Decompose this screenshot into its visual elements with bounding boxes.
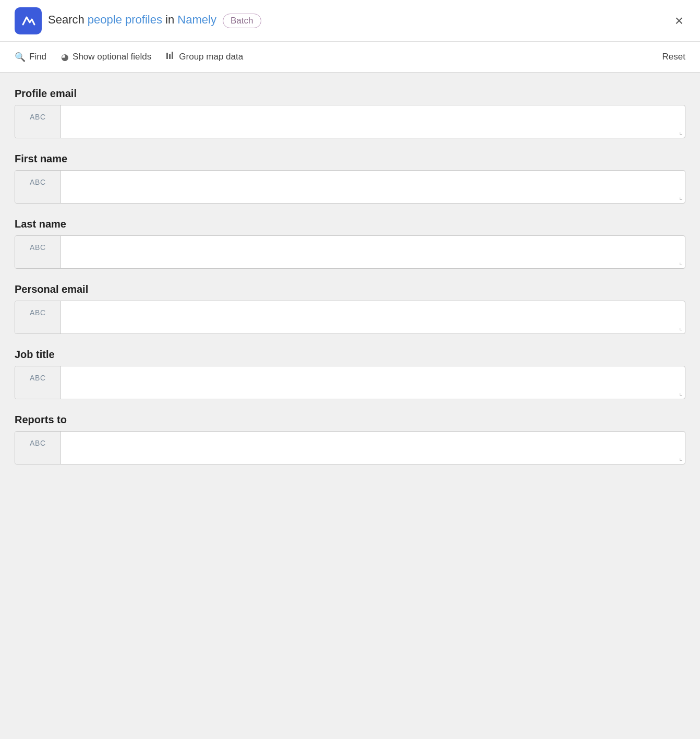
job-title-textarea[interactable] (61, 366, 677, 399)
show-optional-fields-label: Show optional fields (73, 52, 151, 62)
group-map-icon (166, 51, 175, 63)
eye-icon: ◕ (61, 52, 69, 63)
header: Search people profiles in Namely Batch × (0, 0, 700, 42)
reports-to-textarea[interactable] (61, 432, 677, 464)
namely-text: Namely (177, 13, 216, 26)
close-button[interactable]: × (673, 11, 685, 30)
last-name-type-tag: ABC (15, 236, 61, 268)
first-name-section: First name ABC ⌞ (15, 153, 685, 204)
profile-email-section: Profile email ABC ⌞ (15, 88, 685, 138)
profile-email-label: Profile email (15, 88, 685, 100)
svg-rect-1 (169, 54, 171, 59)
personal-email-textarea[interactable] (61, 301, 677, 333)
reports-to-label: Reports to (15, 414, 685, 426)
last-name-label: Last name (15, 218, 685, 230)
first-name-type-tag: ABC (15, 171, 61, 203)
resize-handle: ⌞ (677, 386, 685, 399)
resize-handle: ⌞ (677, 256, 685, 268)
job-title-section: Job title ABC ⌞ (15, 349, 685, 399)
batch-badge: Batch (223, 14, 261, 28)
svg-rect-0 (166, 53, 168, 59)
in-text: in (165, 13, 174, 26)
header-title: Search people profiles in Namely Batch (48, 13, 261, 28)
app-logo (15, 7, 42, 34)
profile-email-textarea[interactable] (61, 105, 677, 138)
find-label: Find (29, 52, 46, 62)
personal-email-section: Personal email ABC ⌞ (15, 283, 685, 334)
profile-email-type-tag: ABC (15, 105, 61, 138)
reset-button[interactable]: Reset (662, 52, 685, 62)
personal-email-label: Personal email (15, 283, 685, 295)
resize-handle: ⌞ (677, 190, 685, 203)
reports-to-section: Reports to ABC ⌞ (15, 414, 685, 464)
resize-handle: ⌞ (677, 321, 685, 333)
resize-handle: ⌞ (677, 125, 685, 138)
last-name-section: Last name ABC ⌞ (15, 218, 685, 269)
people-profiles-text: people profiles (88, 13, 162, 26)
profile-email-input-wrapper: ABC ⌞ (15, 105, 685, 138)
header-left: Search people profiles in Namely Batch (15, 7, 261, 34)
search-text: Search (48, 13, 85, 26)
resize-handle: ⌞ (677, 451, 685, 464)
find-button[interactable]: 🔍 Find (15, 50, 46, 65)
first-name-textarea[interactable] (61, 171, 677, 203)
search-icon: 🔍 (15, 52, 26, 63)
show-optional-fields-button[interactable]: ◕ Show optional fields (61, 50, 151, 65)
job-title-label: Job title (15, 349, 685, 361)
personal-email-type-tag: ABC (15, 301, 61, 333)
svg-rect-2 (172, 52, 173, 59)
last-name-textarea[interactable] (61, 236, 677, 268)
group-map-data-button[interactable]: Group map data (166, 49, 243, 65)
job-title-type-tag: ABC (15, 366, 61, 399)
toolbar: 🔍 Find ◕ Show optional fields Group map … (0, 42, 700, 73)
personal-email-input-wrapper: ABC ⌞ (15, 301, 685, 334)
group-map-data-label: Group map data (179, 52, 243, 62)
first-name-input-wrapper: ABC ⌞ (15, 170, 685, 204)
first-name-label: First name (15, 153, 685, 165)
job-title-input-wrapper: ABC ⌞ (15, 366, 685, 399)
main-content: Profile email ABC ⌞ First name ABC ⌞ Las… (0, 73, 700, 739)
reports-to-type-tag: ABC (15, 432, 61, 464)
toolbar-left: 🔍 Find ◕ Show optional fields Group map … (15, 49, 243, 65)
last-name-input-wrapper: ABC ⌞ (15, 235, 685, 269)
reports-to-input-wrapper: ABC ⌞ (15, 431, 685, 464)
